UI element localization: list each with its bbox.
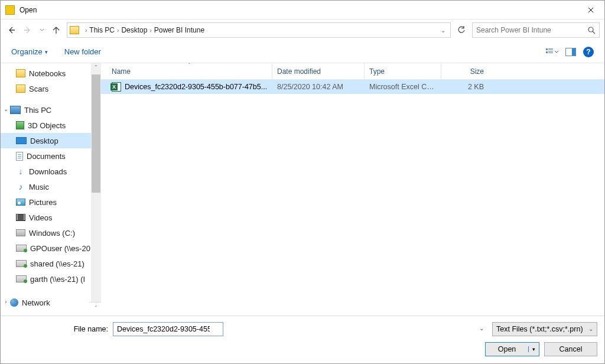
download-icon: ↓ <box>16 167 25 176</box>
tree-item-gpouser[interactable]: GPOuser (\\es-20 <box>1 240 101 256</box>
pc-icon <box>10 106 21 114</box>
network-drive-icon <box>16 260 27 267</box>
address-dropdown[interactable]: ⌄ <box>438 27 448 34</box>
view-options-button[interactable] <box>545 46 558 58</box>
filetype-filter[interactable]: Text Files (*.txt;*.csv;*.prn) ⌄ <box>492 322 597 336</box>
file-size: 2 KB <box>441 83 489 91</box>
tree-item-thispc[interactable]: This PC <box>1 102 101 118</box>
column-headers: ˆ Name Date modified Type Size <box>101 63 604 80</box>
up-button[interactable] <box>50 24 62 36</box>
file-type: Microsoft Excel Co... <box>365 83 441 91</box>
caret-down-icon: ▾ <box>45 49 48 55</box>
tree-item-desktop[interactable]: Desktop <box>1 133 101 148</box>
close-button[interactable] <box>577 1 604 19</box>
column-size[interactable]: Size <box>441 63 489 79</box>
breadcrumb-thispc[interactable]: This PC <box>89 26 115 34</box>
tree-item-documents[interactable]: Documents <box>1 148 101 164</box>
scroll-down-icon[interactable]: ˇ <box>89 302 102 316</box>
svg-rect-1 <box>546 48 548 50</box>
toolbar: Organize ▾ New folder ? <box>1 41 604 63</box>
network-drive-icon <box>16 275 27 282</box>
tree-item-3dobjects[interactable]: 3D Objects <box>1 118 101 133</box>
tree-item-garth[interactable]: garth (\\es-21) (I <box>1 271 101 287</box>
chevron-right-icon[interactable]: › <box>85 27 87 34</box>
tree-item-windowsc[interactable]: Windows (C:) <box>1 225 101 240</box>
search-icon[interactable] <box>588 27 596 34</box>
tree-item-shared[interactable]: shared (\\es-21) <box>1 256 101 271</box>
svg-rect-5 <box>548 51 553 52</box>
desktop-icon <box>16 137 27 144</box>
tree-item-notebooks[interactable]: Notebooks <box>1 66 101 81</box>
address-bar[interactable]: › This PC › Desktop › Power BI Intune ⌄ <box>67 22 451 38</box>
caret-down-icon: ⌄ <box>588 326 593 332</box>
file-row[interactable]: Devices_fc2320d2-9305-455b-b077-47b5... … <box>101 80 604 94</box>
new-folder-button[interactable]: New folder <box>64 47 101 56</box>
navbar: › This PC › Desktop › Power BI Intune ⌄ … <box>1 20 604 41</box>
recent-dropdown[interactable] <box>38 24 45 36</box>
folder-icon <box>16 69 25 77</box>
preview-pane-button[interactable] <box>564 46 577 58</box>
document-icon <box>16 152 23 161</box>
tree-item-music[interactable]: ♪Music <box>1 179 101 194</box>
expand-caret[interactable]: ⌄ <box>3 106 9 112</box>
column-name[interactable]: ˆ Name <box>107 63 272 79</box>
file-list-pane: ˆ Name Date modified Type Size Devices_f… <box>101 63 604 316</box>
breadcrumb-desktop[interactable]: Desktop <box>121 26 147 34</box>
chevron-right-icon[interactable]: › <box>117 27 119 34</box>
svg-rect-4 <box>546 51 548 53</box>
chevron-right-icon[interactable]: › <box>149 27 151 34</box>
sort-indicator-icon: ˆ <box>188 63 190 67</box>
filename-input[interactable] <box>113 322 223 336</box>
svg-rect-2 <box>548 48 553 49</box>
disk-icon <box>16 229 25 236</box>
tree-item-videos[interactable]: Videos <box>1 210 101 225</box>
column-date[interactable]: Date modified <box>272 63 365 79</box>
scroll-thumb[interactable] <box>92 74 100 193</box>
breadcrumb-current[interactable]: Power BI Intune <box>154 26 204 34</box>
open-button[interactable]: Open ▾ <box>485 342 539 356</box>
filename-dropdown[interactable]: ⌄ <box>479 325 484 332</box>
refresh-button[interactable] <box>453 22 470 38</box>
excel-icon <box>112 82 121 92</box>
network-drive-icon <box>16 245 27 252</box>
tree-item-network[interactable]: Network <box>1 295 101 310</box>
svg-point-0 <box>588 27 593 32</box>
titlebar: Open <box>1 1 604 20</box>
help-button[interactable]: ? <box>583 47 594 57</box>
tree-scrollbar[interactable]: ˆ ˇ <box>91 63 101 316</box>
navigation-tree: Notebooks Scars ⌄ This PC 3D Objects Des… <box>1 63 101 316</box>
tree-item-downloads[interactable]: ↓Downloads <box>1 164 101 179</box>
filename-label: File name: <box>8 325 108 333</box>
bottom-panel: File name: ⌄ Text Files (*.txt;*.csv;*.p… <box>1 316 604 363</box>
app-icon <box>5 5 15 15</box>
folder-icon <box>70 26 79 34</box>
organize-menu[interactable]: Organize ▾ <box>11 47 48 56</box>
file-date: 8/25/2020 10:42 AM <box>272 83 365 91</box>
window-title: Open <box>19 6 37 14</box>
search-placeholder: Search Power BI Intune <box>476 26 551 34</box>
open-split-dropdown[interactable]: ▾ <box>528 346 539 352</box>
forward-button[interactable] <box>22 24 34 36</box>
tree-item-pictures[interactable]: Pictures <box>1 194 101 210</box>
svg-rect-6 <box>548 53 553 53</box>
network-icon <box>10 298 18 307</box>
cancel-button[interactable]: Cancel <box>544 342 597 356</box>
folder-icon <box>16 84 25 93</box>
svg-rect-8 <box>572 48 575 56</box>
expand-caret[interactable]: › <box>3 298 9 305</box>
back-button[interactable] <box>5 24 17 36</box>
svg-rect-3 <box>548 50 553 50</box>
music-icon: ♪ <box>16 183 25 191</box>
picture-icon <box>16 199 25 206</box>
search-input[interactable]: Search Power BI Intune <box>472 22 600 38</box>
video-icon <box>16 214 25 221</box>
3d-icon <box>16 121 24 129</box>
file-name: Devices_fc2320d2-9305-455b-b077-47b5... <box>125 83 267 91</box>
tree-item-scars[interactable]: Scars <box>1 81 101 96</box>
column-type[interactable]: Type <box>365 63 441 79</box>
scroll-up-icon[interactable]: ˆ <box>91 63 101 73</box>
